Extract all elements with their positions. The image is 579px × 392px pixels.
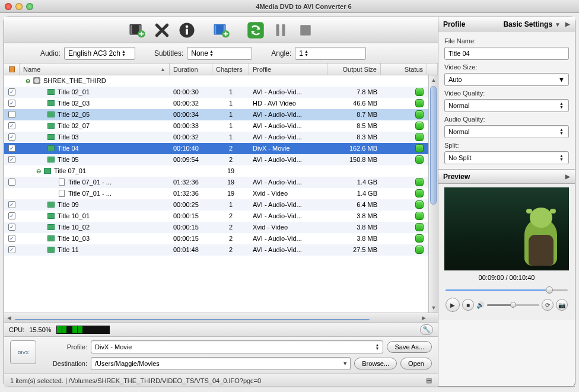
table-row[interactable]: ✓Title 10_0200:00:152Xvid - Video3.8 MB bbox=[4, 222, 438, 233]
row-chapters: 1 bbox=[212, 122, 249, 129]
film-icon bbox=[47, 235, 55, 242]
table-row[interactable]: ⊖Title 07_0119 bbox=[4, 165, 438, 177]
header-duration[interactable]: Duration bbox=[170, 63, 212, 75]
open-button[interactable]: Open bbox=[400, 358, 432, 369]
loop-button[interactable]: ⟳ bbox=[542, 299, 553, 311]
row-checkbox[interactable] bbox=[8, 111, 15, 118]
zoom-window-button[interactable] bbox=[26, 3, 33, 10]
snapshot-button[interactable]: 📷 bbox=[556, 299, 568, 311]
expand-icon[interactable]: ⊖ bbox=[36, 168, 41, 174]
settings-button[interactable]: 🔧 bbox=[420, 324, 433, 335]
table-row[interactable]: ✓Title 10_0100:00:152AVI - Audio-Vid...3… bbox=[4, 211, 438, 222]
delete-button[interactable] bbox=[151, 20, 173, 40]
header-status[interactable]: Status bbox=[381, 63, 427, 75]
row-checkbox[interactable]: ✓ bbox=[8, 224, 15, 231]
row-checkbox[interactable]: ✓ bbox=[8, 88, 15, 95]
row-chapters: 2 bbox=[212, 145, 249, 152]
table-row[interactable]: ✓Title 0400:10:402DivX - Movie162.6 MB bbox=[4, 143, 438, 154]
convert-button[interactable] bbox=[244, 20, 267, 40]
row-checkbox[interactable] bbox=[8, 179, 15, 186]
table-row[interactable]: ⊖SHREK_THE_THIRD bbox=[4, 75, 438, 87]
row-checkbox[interactable]: ✓ bbox=[8, 246, 15, 253]
table-row[interactable]: Title 02_0500:00:341AVI - Audio-Vid...8.… bbox=[4, 109, 438, 120]
profile-select[interactable]: DivX - Movie▲▼ bbox=[91, 340, 383, 353]
table-row[interactable]: ✓Title 10_0300:00:152AVI - Audio-Vid...3… bbox=[4, 233, 438, 244]
subtitles-select[interactable]: None ▲▼ bbox=[187, 47, 252, 60]
row-duration: 00:00:15 bbox=[170, 212, 212, 219]
pause-button[interactable] bbox=[269, 20, 292, 40]
header-name[interactable]: Name▲ bbox=[20, 63, 170, 75]
basic-settings-dropdown[interactable]: Basic Settings▼ bbox=[503, 20, 561, 28]
status-ready-icon bbox=[415, 88, 424, 96]
save-as-button[interactable]: Save As... bbox=[387, 341, 432, 353]
filename-input[interactable]: Title 04 bbox=[444, 47, 569, 60]
table-row[interactable]: ✓Title 0300:00:321AVI - Audio-Vid...8.3 … bbox=[4, 132, 438, 143]
row-status bbox=[381, 144, 427, 152]
header-output-size[interactable]: Output Size bbox=[327, 63, 381, 75]
add-file-button[interactable] bbox=[126, 20, 148, 40]
close-window-button[interactable] bbox=[5, 3, 12, 10]
row-output-size: 3.8 MB bbox=[327, 212, 381, 219]
status-ready-icon bbox=[415, 110, 424, 119]
table-row[interactable]: ✓Title 02_0100:00:301AVI - Audio-Vid...7… bbox=[4, 87, 438, 98]
row-checkbox[interactable]: ✓ bbox=[8, 100, 15, 107]
row-profile: AVI - Audio-Vid... bbox=[249, 235, 327, 242]
table-row[interactable]: Title 07_01 - ...01:32:3619AVI - Audio-V… bbox=[4, 177, 438, 188]
volume-slider[interactable] bbox=[487, 304, 539, 306]
row-checkbox[interactable]: ✓ bbox=[8, 122, 15, 129]
row-profile: Xvid - Video bbox=[249, 224, 327, 231]
preview-panel-title: Preview bbox=[443, 173, 470, 181]
table-row[interactable]: ✓Title 02_0300:00:321HD - AVI Video46.6 … bbox=[4, 98, 438, 109]
play-button[interactable]: ▶ bbox=[446, 298, 460, 312]
table-row[interactable]: ✓Title 02_0700:00:331AVI - Audio-Vid...8… bbox=[4, 120, 438, 132]
audio-label: Audio: bbox=[40, 49, 61, 58]
table-row[interactable]: ✓Title 0500:09:542AVI - Audio-Vid...150.… bbox=[4, 154, 438, 165]
preview-panel-expand-icon[interactable]: ▶ bbox=[565, 173, 570, 180]
row-chapters: 2 bbox=[212, 224, 249, 231]
table-row[interactable]: Title 07_01 - ...01:32:3619Xvid - Video1… bbox=[4, 188, 438, 199]
expand-icon[interactable]: ⊖ bbox=[26, 78, 30, 84]
preview-video[interactable] bbox=[444, 187, 569, 270]
row-name: Title 10_03 bbox=[58, 235, 90, 242]
stop-button[interactable] bbox=[294, 20, 317, 40]
table-header: Name▲ Duration Chapters Profile Output S… bbox=[4, 63, 438, 75]
header-chapters[interactable]: Chapters bbox=[212, 63, 249, 75]
row-output-size: 46.6 MB bbox=[327, 100, 381, 107]
stop-preview-button[interactable]: ■ bbox=[462, 299, 474, 311]
vertical-scrollbar[interactable]: ▲ ▼ bbox=[428, 75, 438, 313]
profile-label: Profile: bbox=[42, 343, 87, 350]
horizontal-scrollbar[interactable]: ◀ ▶ bbox=[4, 313, 438, 322]
status-list-icon[interactable]: ▤ bbox=[426, 377, 432, 384]
browse-button[interactable]: Browse... bbox=[354, 358, 397, 369]
film-icon bbox=[43, 167, 52, 174]
video-quality-select[interactable]: Normal▲▼ bbox=[444, 99, 569, 112]
angle-value: 1 bbox=[299, 49, 303, 58]
info-button[interactable] bbox=[176, 20, 198, 40]
row-output-size: 27.5 MB bbox=[327, 246, 381, 253]
row-checkbox[interactable]: ✓ bbox=[8, 156, 15, 163]
table-row[interactable]: ✓Title 1100:01:482AVI - Audio-Vid...27.5… bbox=[4, 244, 438, 256]
main-toolbar bbox=[4, 17, 438, 43]
split-select[interactable]: No Split▲▼ bbox=[444, 151, 569, 164]
row-checkbox[interactable]: ✓ bbox=[8, 201, 15, 208]
row-status bbox=[381, 88, 427, 96]
minimize-window-button[interactable] bbox=[15, 3, 23, 10]
audio-select[interactable]: English AC3 2ch ▲▼ bbox=[64, 47, 135, 60]
video-size-select[interactable]: Auto▼ bbox=[444, 73, 569, 86]
film-icon bbox=[47, 224, 55, 231]
table-row[interactable]: ✓Title 0900:00:251AVI - Audio-Vid...6.4 … bbox=[4, 199, 438, 211]
header-profile[interactable]: Profile bbox=[249, 63, 327, 75]
row-checkbox[interactable]: ✓ bbox=[8, 235, 15, 242]
destination-select[interactable]: /Users/Maggie/Movies▼ bbox=[91, 357, 351, 370]
row-checkbox[interactable]: ✓ bbox=[8, 212, 15, 219]
status-ready-icon bbox=[415, 223, 424, 231]
row-checkbox[interactable]: ✓ bbox=[8, 145, 15, 152]
header-scroll-corner bbox=[427, 63, 438, 75]
add-profile-button[interactable] bbox=[210, 20, 233, 40]
preview-progress-slider[interactable] bbox=[446, 287, 568, 293]
angle-select[interactable]: 1 ▲▼ bbox=[295, 47, 366, 60]
profile-panel-expand-icon[interactable]: ▶ bbox=[565, 21, 570, 27]
row-checkbox[interactable]: ✓ bbox=[8, 133, 15, 141]
audio-quality-select[interactable]: Normal▲▼ bbox=[444, 125, 569, 138]
header-checkbox[interactable] bbox=[4, 63, 20, 75]
